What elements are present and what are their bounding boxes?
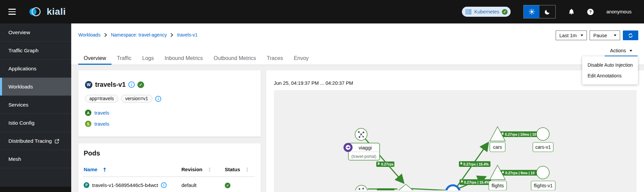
- refresh-interval-select[interactable]: Pause: [590, 30, 620, 40]
- tab-envoy[interactable]: Envoy: [288, 52, 314, 65]
- column-header-revision: Revision: [181, 161, 224, 177]
- graph-node-flights-v1[interactable]: [536, 166, 549, 179]
- help-button[interactable]: ?: [587, 9, 594, 15]
- graph-node-cars-v1[interactable]: [536, 128, 549, 140]
- mini-graph[interactable]: 0.27rps | 10ms | 10 0.27rps | 9ms | 10: [274, 90, 637, 192]
- app-link[interactable]: travels: [94, 110, 109, 116]
- sidebar-item-services[interactable]: Services: [0, 96, 71, 114]
- info-icon[interactable]: [155, 96, 161, 102]
- sidebar-item-label: Traffic Graph: [8, 48, 39, 54]
- workload-service-row: S travels: [85, 121, 255, 127]
- cluster-name: Kubernetes: [474, 9, 499, 14]
- duration-select[interactable]: Last 1m: [556, 30, 587, 40]
- light-theme-button[interactable]: [524, 5, 540, 18]
- sidebar-nav: Overview Traffic Graph Applications Work…: [0, 23, 71, 192]
- column-header-name: Name: [83, 161, 181, 177]
- cluster-healthy-icon: [502, 9, 508, 15]
- menu-item-disable-auto-injection[interactable]: Disable Auto Injection: [582, 60, 638, 70]
- cluster-badge[interactable]: Kubernetes: [462, 7, 511, 17]
- sidebar-item-traffic-graph[interactable]: Traffic Graph: [0, 42, 71, 60]
- external-link-icon: [55, 139, 59, 143]
- chevron-down-icon: [614, 35, 616, 36]
- dark-theme-button[interactable]: [540, 5, 555, 18]
- health-check-icon[interactable]: [137, 81, 144, 88]
- breadcrumb-workloads[interactable]: Workloads: [78, 32, 100, 38]
- breadcrumb-workload-name[interactable]: travels-v1: [177, 32, 198, 38]
- pod-name: travels-v1-56895446c5-b4wct: [92, 182, 158, 188]
- sidebar-item-distributed-tracing[interactable]: Distributed Tracing: [0, 132, 71, 150]
- nav-toggle-button[interactable]: [3, 0, 21, 23]
- sidebar-item-mesh[interactable]: Mesh: [0, 150, 71, 168]
- sidebar-item-label: Workloads: [8, 84, 33, 90]
- graph-node-travels-v1-selected[interactable]: [446, 185, 460, 190]
- graph-node-travels-service[interactable]: [397, 184, 414, 190]
- graph-node-root[interactable]: [355, 128, 367, 140]
- username: anonymous: [606, 9, 632, 14]
- main-area: Workloads Namespace: travel-agency trave…: [71, 23, 644, 192]
- svg-text:flights: flights: [491, 183, 504, 188]
- sidebar-item-istio-config[interactable]: Istio Config: [0, 114, 71, 132]
- graph-label-cars-v1: cars-v1: [533, 142, 553, 152]
- column-label: Status: [225, 167, 240, 172]
- workload-badge: W: [85, 81, 92, 88]
- chevron-down-icon: [581, 35, 583, 36]
- sidebar-item-label: Distributed Tracing: [8, 138, 52, 144]
- sidebar-item-applications[interactable]: Applications: [0, 60, 71, 78]
- kiali-logo-icon: [28, 5, 44, 18]
- label-pill-app: app=travels: [85, 95, 118, 103]
- sidebar-item-overview[interactable]: Overview: [0, 23, 71, 42]
- graph-node-gateway[interactable]: viaggi (travel-portal): [344, 143, 380, 161]
- info-icon[interactable]: [128, 81, 135, 88]
- sort-both-icon: [208, 167, 211, 172]
- cluster-icon: [465, 9, 472, 15]
- sidebar-item-label: Applications: [8, 66, 37, 72]
- sync-icon: [628, 33, 633, 38]
- tab-outbound-metrics[interactable]: Outbound Metrics: [208, 52, 261, 65]
- svg-text:0.27rps | 10ms | 10: 0.27rps | 10ms | 10: [505, 132, 536, 136]
- svg-text:cars-v1: cars-v1: [535, 144, 551, 150]
- table-row: P travels-v1-56895446c5-b4wct default: [83, 177, 255, 192]
- time-controls: Last 1m Pause: [556, 30, 638, 40]
- info-icon[interactable]: [161, 182, 167, 188]
- pods-table: Name Revision: [83, 161, 255, 192]
- sort-both-icon: [246, 167, 249, 172]
- workload-app-row: A travels: [85, 110, 255, 116]
- edge-label-to-flights: 0.27rps | 15.4%: [460, 179, 491, 185]
- actions-label: Actions: [610, 48, 626, 53]
- question-icon: ?: [587, 9, 594, 15]
- duration-value: Last 1m: [559, 33, 577, 38]
- service-link[interactable]: travels: [94, 121, 109, 127]
- svg-text:0.27rps | 15.4%: 0.27rps | 15.4%: [464, 180, 489, 184]
- menu-item-edit-annotations[interactable]: Edit Annotations: [582, 70, 638, 81]
- workload-labels-row: app=travels version=v1: [85, 95, 255, 103]
- workload-summary-card: W travels-v1 app=travels version=v1 A tr…: [78, 70, 261, 137]
- svg-text:viaggi: viaggi: [358, 145, 372, 150]
- page-header: Workloads Namespace: travel-agency trave…: [71, 23, 644, 65]
- svg-text:(travel-portal): (travel-portal): [351, 154, 376, 159]
- pod-revision: default: [181, 177, 224, 192]
- tab-traffic[interactable]: Traffic: [112, 52, 137, 65]
- traffic-graph-svg: 0.27rps | 10ms | 10 0.27rps | 9ms | 10: [274, 90, 637, 190]
- service-badge: S: [85, 121, 91, 127]
- sidebar-item-label: Mesh: [8, 156, 21, 162]
- breadcrumb-namespace[interactable]: Namespace: travel-agency: [111, 32, 167, 38]
- tab-logs[interactable]: Logs: [137, 52, 159, 65]
- sort-by-revision[interactable]: Revision: [181, 167, 224, 172]
- sidebar-item-workloads[interactable]: Workloads: [0, 78, 71, 96]
- edge-label-cars-link: 0.27rps | 10ms | 10: [500, 131, 540, 137]
- tab-overview[interactable]: Overview: [78, 52, 112, 65]
- graph-node-portal-2[interactable]: [355, 185, 368, 190]
- sort-ascending-icon: [103, 167, 106, 172]
- chevron-right-icon: [170, 33, 173, 37]
- kiali-brand: kiali: [28, 5, 66, 18]
- tab-traces[interactable]: Traces: [261, 52, 288, 65]
- actions-dropdown-button[interactable]: Actions: [605, 46, 638, 56]
- sort-by-name[interactable]: Name: [84, 167, 181, 172]
- graph-overview-card: Jun 25, 04:19:37 PM ... 04:20:37 PM: [266, 70, 644, 192]
- column-label: Revision: [181, 167, 203, 172]
- pod-status-healthy-icon[interactable]: [225, 183, 230, 188]
- tab-inbound-metrics[interactable]: Inbound Metrics: [159, 52, 208, 65]
- notifications-button[interactable]: [568, 9, 574, 15]
- refresh-button[interactable]: [623, 30, 638, 40]
- sort-by-status[interactable]: Status: [225, 167, 255, 172]
